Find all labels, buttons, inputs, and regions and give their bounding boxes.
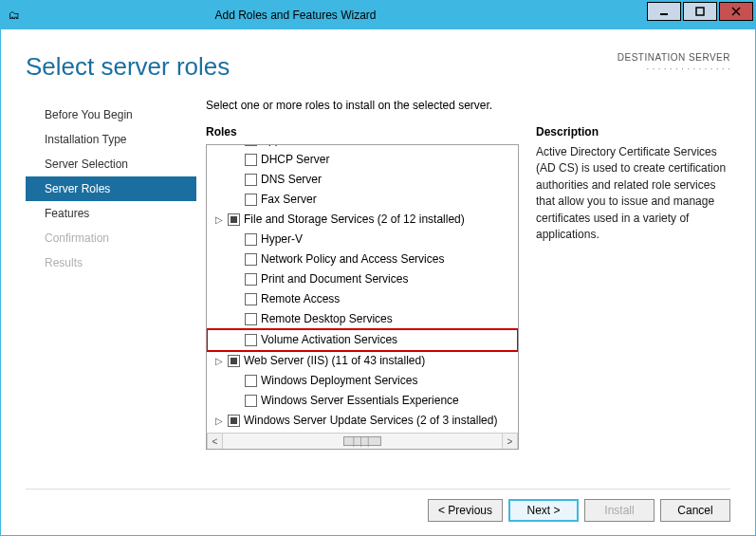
- maximize-button[interactable]: [683, 2, 717, 21]
- role-row[interactable]: Volume Activation Services: [207, 329, 518, 351]
- previous-button[interactable]: < Previous: [428, 499, 503, 522]
- role-checkbox[interactable]: [245, 293, 257, 305]
- tree-expand-icon[interactable]: ▷: [214, 412, 224, 430]
- role-row[interactable]: Network Policy and Access Services: [207, 250, 518, 269]
- role-checkbox[interactable]: [245, 273, 257, 286]
- role-row[interactable]: Fax Server: [207, 190, 518, 210]
- wizard-nav: Before You BeginInstallation TypeServer …: [26, 99, 196, 450]
- role-checkbox[interactable]: [228, 415, 240, 427]
- next-button[interactable]: Next >: [508, 499, 579, 522]
- nav-step-features[interactable]: Features: [26, 201, 196, 226]
- description-heading: Description: [536, 125, 730, 139]
- nav-step-server-selection[interactable]: Server Selection: [26, 152, 196, 176]
- role-label: Print and Document Services: [261, 270, 408, 288]
- role-row[interactable]: DNS Server: [207, 170, 518, 190]
- cancel-button[interactable]: Cancel: [660, 499, 730, 522]
- role-checkbox[interactable]: [245, 313, 257, 325]
- role-row[interactable]: Print and Document Services: [207, 269, 518, 289]
- role-checkbox[interactable]: [245, 174, 257, 186]
- roles-heading: Roles: [206, 125, 519, 139]
- role-row[interactable]: Windows Server Essentials Experience: [207, 391, 518, 411]
- roles-listbox[interactable]: Application ServerDHCP ServerDNS ServerF…: [206, 144, 519, 450]
- role-checkbox[interactable]: [245, 253, 257, 266]
- role-row[interactable]: ▷File and Storage Services (2 of 12 inst…: [207, 210, 518, 230]
- wizard-footer: < Previous Next > Install Cancel: [26, 489, 730, 522]
- role-label: Windows Server Update Services (2 of 3 i…: [244, 412, 497, 430]
- destination-label: DESTINATION SERVER: [618, 52, 730, 63]
- role-label: Network Policy and Access Services: [261, 250, 444, 268]
- role-row[interactable]: Remote Access: [207, 289, 518, 309]
- role-row[interactable]: Hyper-V: [207, 230, 518, 250]
- role-checkbox[interactable]: [245, 334, 257, 346]
- description-text: Active Directory Certificate Services (A…: [536, 144, 730, 243]
- role-checkbox[interactable]: [228, 355, 240, 367]
- role-checkbox[interactable]: [245, 154, 257, 166]
- role-checkbox[interactable]: [228, 213, 240, 226]
- role-label: Hyper-V: [261, 231, 303, 249]
- install-button[interactable]: Install: [584, 499, 655, 522]
- role-label: Web Server (IIS) (11 of 43 installed): [244, 352, 425, 370]
- nav-step-server-roles[interactable]: Server Roles: [26, 176, 196, 201]
- role-label: DHCP Server: [261, 151, 329, 169]
- tree-expand-icon[interactable]: ▷: [214, 352, 224, 370]
- role-row[interactable]: ▷Web Server (IIS) (11 of 43 installed): [207, 351, 518, 371]
- scroll-right-icon[interactable]: >: [502, 434, 518, 449]
- instruction-text: Select one or more roles to install on t…: [206, 99, 730, 112]
- role-checkbox[interactable]: [245, 233, 257, 246]
- destination-server: · · · · · · · · · · · · · · ·: [618, 63, 730, 74]
- role-row[interactable]: ▷Windows Server Update Services (2 of 3 …: [207, 411, 518, 431]
- page-title: Select server roles: [26, 52, 230, 82]
- role-label: Fax Server: [261, 191, 317, 209]
- role-label: DNS Server: [261, 171, 322, 189]
- tree-expand-icon[interactable]: ▷: [214, 211, 224, 229]
- nav-step-confirmation: Confirmation: [26, 226, 196, 250]
- role-checkbox[interactable]: [245, 194, 257, 206]
- role-row[interactable]: DHCP Server: [207, 150, 518, 170]
- close-button[interactable]: [719, 2, 753, 21]
- nav-step-results: Results: [26, 250, 196, 275]
- role-checkbox[interactable]: [245, 395, 257, 407]
- nav-step-installation-type[interactable]: Installation Type: [26, 127, 196, 152]
- scroll-left-icon[interactable]: <: [207, 434, 223, 449]
- window-title: Add Roles and Features Wizard: [0, 9, 647, 22]
- role-checkbox[interactable]: [245, 375, 257, 387]
- role-row[interactable]: Remote Desktop Services: [207, 309, 518, 329]
- scroll-thumb[interactable]: │││: [343, 436, 381, 446]
- role-label: Remote Desktop Services: [261, 310, 393, 328]
- minimize-button[interactable]: [647, 2, 681, 21]
- title-bar: 🗂 Add Roles and Features Wizard: [1, 1, 755, 29]
- svg-rect-1: [696, 8, 704, 15]
- nav-step-before-you-begin[interactable]: Before You Begin: [26, 102, 196, 127]
- role-label: Windows Deployment Services: [261, 372, 417, 390]
- horizontal-scrollbar[interactable]: < │││ >: [207, 433, 518, 449]
- role-label: File and Storage Services (2 of 12 insta…: [244, 211, 465, 229]
- destination-info: DESTINATION SERVER · · · · · · · · · · ·…: [618, 52, 730, 74]
- role-label: Remote Access: [261, 290, 340, 308]
- role-label: Volume Activation Services: [261, 331, 397, 349]
- role-label: Windows Server Essentials Experience: [261, 392, 459, 410]
- role-row[interactable]: Windows Deployment Services: [207, 371, 518, 391]
